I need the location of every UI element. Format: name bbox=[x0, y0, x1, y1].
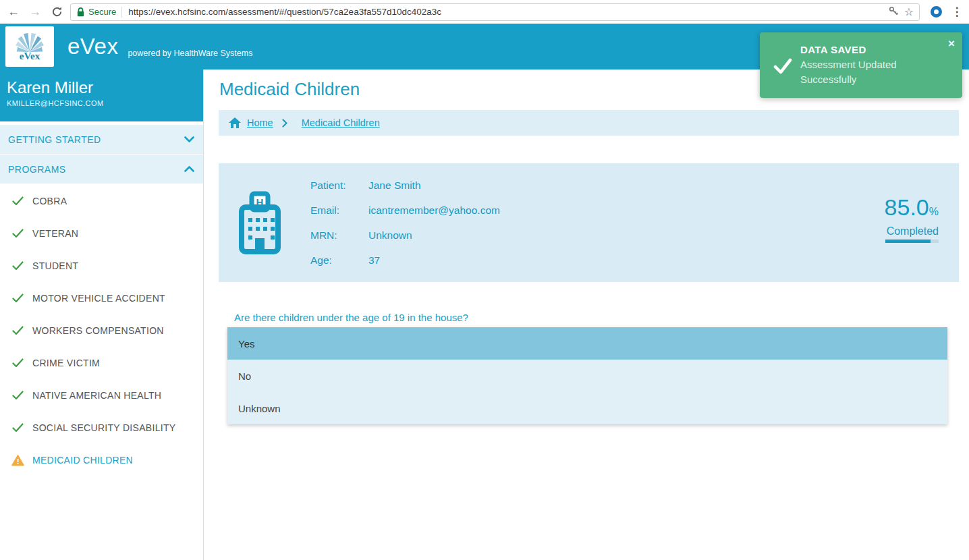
sidebar-item-student[interactable]: STUDENT bbox=[0, 250, 203, 282]
breadcrumb: Home Medicaid Children bbox=[219, 110, 959, 136]
sidebar-item-motor-vehicle-accident[interactable]: MOTOR VEHICLE ACCIDENT bbox=[0, 282, 203, 314]
sidebar-section-programs[interactable]: PROGRAMS bbox=[0, 155, 203, 184]
sidebar: Karen Miller KMILLER@HCFSINC.COM GETTING… bbox=[0, 69, 204, 560]
page-body: Karen Miller KMILLER@HCFSINC.COM GETTING… bbox=[0, 69, 969, 560]
patient-fields: Patient: Jane Smith Email: icantremember… bbox=[310, 173, 885, 273]
program-label: STUDENT bbox=[32, 260, 78, 271]
progress-bar bbox=[885, 240, 939, 243]
answer-options: Yes No Unknown bbox=[227, 327, 947, 424]
percent-sign: % bbox=[929, 206, 939, 217]
progress-percent: 85.0% bbox=[885, 195, 939, 224]
sidebar-item-native-american-health[interactable]: NATIVE AMERICAN HEALTH bbox=[0, 379, 203, 412]
key-icon-glyph bbox=[889, 6, 899, 16]
program-label: SOCIAL SECURITY DISABILITY bbox=[32, 422, 175, 433]
browser-menu-icon[interactable]: ⋮ bbox=[949, 5, 965, 19]
bookmark-star-icon[interactable]: ☆ bbox=[904, 7, 914, 18]
progress-label: Completed bbox=[887, 225, 939, 237]
field-label: Age: bbox=[310, 254, 368, 267]
toast-title: DATA SAVED bbox=[800, 44, 954, 55]
check-icon bbox=[10, 326, 25, 335]
user-name: Karen Miller bbox=[7, 78, 196, 97]
progress-summary: 85.0% Completed bbox=[885, 195, 939, 243]
url-separator bbox=[121, 7, 122, 18]
option-unknown[interactable]: Unknown bbox=[227, 392, 947, 424]
sidebar-item-veteran[interactable]: VETERAN bbox=[0, 217, 203, 250]
breadcrumb-separator-icon bbox=[282, 119, 287, 128]
forward-icon[interactable]: → bbox=[24, 2, 46, 22]
program-label: WORKERS COMPENSATION bbox=[32, 325, 164, 336]
brand-title: eVex bbox=[67, 34, 118, 59]
field-value: Unknown bbox=[368, 229, 412, 242]
password-key-icon[interactable] bbox=[889, 6, 899, 18]
sidebar-item-workers-compensation[interactable]: WORKERS COMPENSATION bbox=[0, 314, 203, 347]
refresh-icon-glyph bbox=[51, 6, 63, 18]
patient-row: Age: 37 bbox=[310, 248, 885, 273]
progress-bar-fill bbox=[885, 240, 931, 243]
field-value: 37 bbox=[368, 254, 380, 267]
field-label: MRN: bbox=[310, 229, 368, 242]
url-text[interactable]: https://evex.hcfsinc.com/assessment/#/qu… bbox=[128, 7, 883, 17]
patient-card: H Patient: Jane Smith Email: icantrememb… bbox=[219, 163, 959, 282]
breadcrumb-home-link[interactable]: Home bbox=[247, 117, 273, 128]
sidebar-item-medicaid-children[interactable]: MEDICAID CHILDREN bbox=[0, 444, 203, 476]
programs-list: COBRA VETERAN STUDENT MOTOR VEHICLE ACCI… bbox=[0, 184, 203, 476]
chevron-down-icon bbox=[184, 136, 194, 142]
field-value: Jane Smith bbox=[368, 179, 421, 192]
check-icon bbox=[10, 261, 25, 271]
field-label: Patient: bbox=[310, 179, 368, 192]
program-label: COBRA bbox=[32, 196, 67, 206]
toast-message: Assessment Updated Successfully bbox=[800, 57, 922, 87]
section-label: GETTING STARTED bbox=[8, 134, 101, 145]
option-yes[interactable]: Yes bbox=[227, 327, 947, 360]
user-block: Karen Miller KMILLER@HCFSINC.COM bbox=[0, 69, 203, 121]
check-icon bbox=[10, 229, 25, 238]
patient-row: Email: icantremember@yahoo.com bbox=[310, 198, 885, 223]
toast-notification: DATA SAVED Assessment Updated Successful… bbox=[760, 32, 962, 98]
sidebar-item-cobra[interactable]: COBRA bbox=[0, 185, 203, 217]
check-icon bbox=[10, 196, 25, 206]
section-label: PROGRAMS bbox=[8, 164, 66, 175]
program-label: VETERAN bbox=[32, 228, 78, 239]
browser-extension-icon[interactable] bbox=[931, 6, 942, 18]
evex-logo[interactable]: eVex bbox=[5, 26, 54, 67]
toast-check-icon bbox=[769, 44, 796, 88]
main-content: Medicaid Children Home Medicaid Children… bbox=[204, 69, 969, 560]
field-label: Email: bbox=[310, 204, 368, 217]
evex-logo-text: eVex bbox=[20, 51, 40, 62]
browser-toolbar: ← → Secure https://evex.hcfsinc.com/asse… bbox=[0, 0, 969, 24]
secure-lock-icon bbox=[76, 7, 85, 18]
patient-row: Patient: Jane Smith bbox=[310, 173, 885, 198]
sidebar-sections: GETTING STARTED PROGRAMS bbox=[0, 125, 203, 184]
hospital-icon: H bbox=[237, 191, 283, 254]
program-label: CRIME VICTIM bbox=[32, 358, 100, 368]
program-label: NATIVE AMERICAN HEALTH bbox=[32, 390, 161, 401]
check-icon bbox=[10, 423, 25, 432]
toast-close-icon[interactable]: × bbox=[948, 38, 955, 49]
check-icon bbox=[10, 293, 25, 303]
secure-label: Secure bbox=[88, 7, 116, 17]
sidebar-section-getting-started[interactable]: GETTING STARTED bbox=[0, 125, 203, 155]
breadcrumb-current-link[interactable]: Medicaid Children bbox=[302, 117, 380, 128]
sidebar-item-social-security-disability[interactable]: SOCIAL SECURITY DISABILITY bbox=[0, 412, 203, 444]
chevron-up-icon bbox=[184, 166, 194, 172]
back-icon[interactable]: ← bbox=[3, 2, 24, 22]
program-label: MEDICAID CHILDREN bbox=[32, 455, 133, 466]
program-label: MOTOR VEHICLE ACCIDENT bbox=[32, 293, 165, 304]
warning-icon bbox=[10, 455, 25, 466]
patient-row: MRN: Unknown bbox=[310, 223, 885, 248]
question-text: Are there children under the age of 19 i… bbox=[234, 312, 959, 323]
powered-by-text: powered by HealthWare Systems bbox=[128, 49, 252, 58]
field-value: icantremember@yahoo.com bbox=[368, 204, 500, 217]
toast-body: DATA SAVED Assessment Updated Successful… bbox=[796, 44, 954, 88]
check-icon bbox=[10, 391, 25, 400]
user-email: KMILLER@HCFSINC.COM bbox=[7, 99, 196, 107]
option-no[interactable]: No bbox=[227, 360, 947, 392]
home-icon bbox=[229, 117, 241, 128]
refresh-icon[interactable] bbox=[46, 2, 67, 22]
address-bar[interactable]: Secure https://evex.hcfsinc.com/assessme… bbox=[70, 3, 920, 21]
check-icon bbox=[10, 358, 25, 368]
sidebar-item-crime-victim[interactable]: CRIME VICTIM bbox=[0, 347, 203, 379]
